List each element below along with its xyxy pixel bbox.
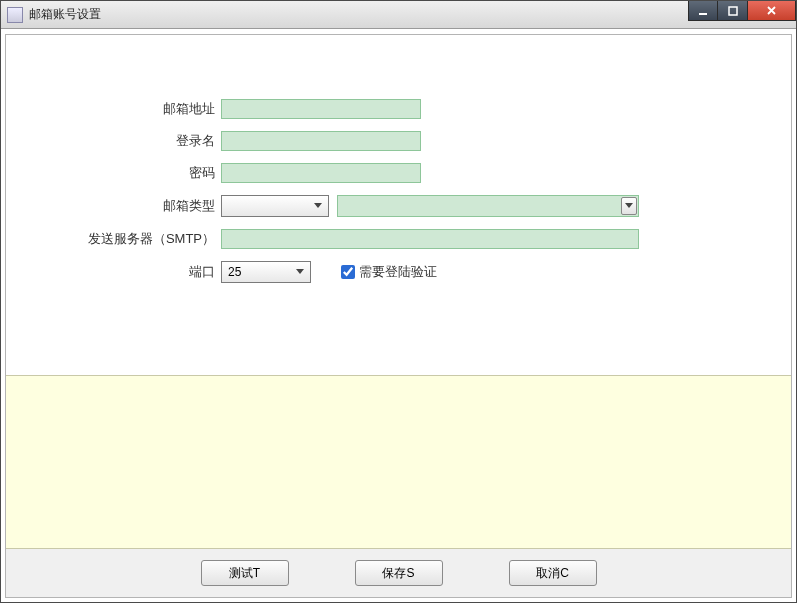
chevron-down-icon: [621, 197, 637, 215]
row-type: 邮箱类型: [6, 195, 791, 217]
minimize-button[interactable]: [688, 1, 718, 21]
save-button[interactable]: 保存S: [355, 560, 443, 586]
password-label: 密码: [6, 164, 221, 182]
row-smtp: 发送服务器（SMTP）: [6, 229, 791, 249]
auth-checkbox[interactable]: [341, 265, 355, 279]
port-label: 端口: [6, 263, 221, 281]
titlebar[interactable]: 邮箱账号设置: [1, 1, 796, 29]
port-value: 25: [228, 265, 241, 279]
row-password: 密码: [6, 163, 791, 183]
maximize-button[interactable]: [718, 1, 748, 21]
cancel-button[interactable]: 取消C: [509, 560, 597, 586]
password-input[interactable]: [221, 163, 421, 183]
svg-rect-1: [729, 7, 737, 15]
chevron-down-icon: [292, 264, 308, 280]
login-label: 登录名: [6, 132, 221, 150]
svg-rect-0: [699, 13, 707, 15]
smtp-input[interactable]: [221, 229, 639, 249]
chevron-down-icon: [310, 198, 326, 214]
login-input[interactable]: [221, 131, 421, 151]
info-pane: [6, 375, 791, 549]
auth-checkbox-label[interactable]: 需要登陆验证: [341, 263, 437, 281]
button-bar: 测试T 保存S 取消C: [6, 549, 791, 597]
app-icon: [7, 7, 23, 23]
close-button[interactable]: [748, 1, 796, 21]
type-detail-combo[interactable]: [337, 195, 639, 217]
minimize-icon: [698, 6, 708, 16]
maximize-icon: [728, 6, 738, 16]
type-label: 邮箱类型: [6, 197, 221, 215]
email-label: 邮箱地址: [6, 100, 221, 118]
close-icon: [766, 5, 777, 16]
type-combo[interactable]: [221, 195, 329, 217]
email-input[interactable]: [221, 99, 421, 119]
row-port: 端口 25 需要登陆验证: [6, 261, 791, 283]
form-pane: 邮箱地址 登录名 密码 邮箱类型: [6, 35, 791, 375]
auth-checkbox-text: 需要登陆验证: [359, 263, 437, 281]
row-email: 邮箱地址: [6, 99, 791, 119]
client-area: 邮箱地址 登录名 密码 邮箱类型: [5, 34, 792, 598]
window-title: 邮箱账号设置: [29, 6, 101, 23]
smtp-label: 发送服务器（SMTP）: [6, 230, 221, 248]
window-controls: [688, 1, 796, 21]
window: 邮箱账号设置 邮箱地址 登录名 密码: [0, 0, 797, 603]
test-button[interactable]: 测试T: [201, 560, 289, 586]
row-login: 登录名: [6, 131, 791, 151]
port-combo[interactable]: 25: [221, 261, 311, 283]
